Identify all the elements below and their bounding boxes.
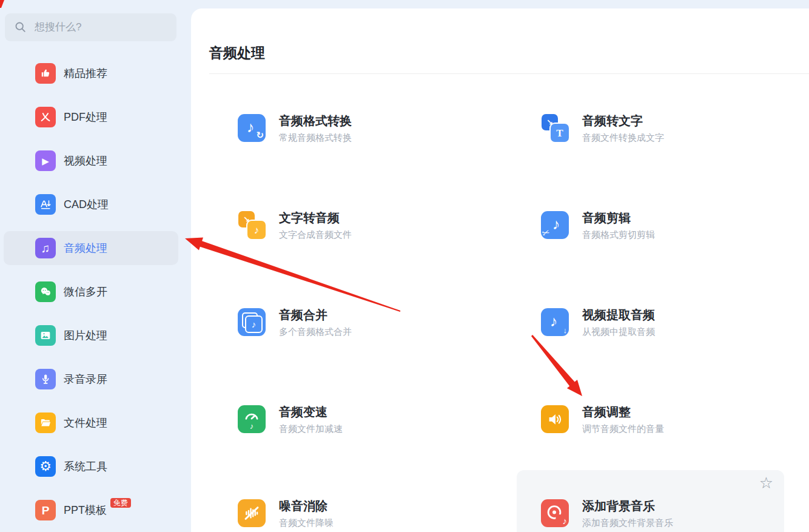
main-panel: 音频处理 ♪ ↻ 音频格式转换 常规音频格式转换 ↘ T 音频转文字 音频文件转…	[191, 8, 809, 532]
sidebar-item-system-tools[interactable]: ⚙ 系统工具	[4, 450, 178, 483]
sidebar-item-recorder[interactable]: 录音录屏	[4, 362, 178, 396]
video-extract-audio-icon: ♪ ↓	[541, 308, 569, 336]
sidebar-item-label: 精品推荐	[64, 66, 107, 81]
sidebar-item-wechat[interactable]: 微信多开	[4, 275, 178, 309]
section-title: 音频处理	[209, 44, 265, 62]
tool-audio-cut[interactable]: ♪ ✂ 音频剪辑 音频格式剪切剪辑	[517, 182, 784, 273]
sidebar-item-ppt-templates[interactable]: P PPT模板 免费	[4, 493, 178, 527]
audio-speed-icon: ♪	[238, 405, 266, 433]
section-divider	[209, 73, 809, 74]
app-window: 精品推荐 PDF处理 ▶ 视频处理	[0, 0, 809, 532]
sidebar-item-cad[interactable]: CAD处理	[4, 187, 178, 221]
sidebar-item-video[interactable]: ▶ 视频处理	[4, 144, 178, 178]
sidebar-item-label: 音频处理	[64, 241, 107, 255]
microphone-icon	[35, 369, 56, 389]
cad-icon	[35, 194, 56, 215]
star-icon[interactable]: ☆	[759, 474, 773, 493]
tool-audio-speed[interactable]: ♪ 音频变速 音频文件加减速	[213, 376, 481, 467]
text-to-audio-icon: ↘ ♪	[238, 211, 266, 239]
audio-cut-icon: ♪ ✂	[541, 211, 569, 239]
video-play-icon: ▶	[35, 150, 56, 171]
sidebar-item-label: 系统工具	[64, 459, 107, 474]
tool-audio-merge[interactable]: ♪ 音频合并 多个音频格式合并	[213, 279, 481, 370]
audio-volume-icon	[541, 405, 569, 433]
search-box[interactable]	[5, 13, 176, 41]
pdf-icon	[35, 107, 56, 127]
background-music-icon: ♪	[541, 499, 569, 527]
tool-audio-to-text[interactable]: ↘ T 音频转文字 音频文件转换成文字	[517, 85, 784, 176]
audio-to-text-icon: ↘ T	[541, 114, 569, 142]
image-icon	[35, 325, 56, 346]
tool-audio-convert[interactable]: ♪ ↻ 音频格式转换 常规音频格式转换	[213, 85, 481, 176]
sidebar-item-label: 微信多开	[64, 285, 107, 299]
gear-icon: ⚙	[35, 456, 56, 477]
ppt-icon: P	[35, 500, 56, 520]
tool-noise-removal[interactable]: 噪音消除 音频文件降噪	[213, 470, 481, 532]
sidebar-item-label: 视频处理	[64, 153, 107, 168]
tool-video-extract-audio[interactable]: ♪ ↓ 视频提取音频 从视频中提取音频	[517, 279, 784, 370]
tool-audio-volume[interactable]: 音频调整 调节音频文件的音量	[517, 376, 784, 467]
sidebar-item-image[interactable]: 图片处理	[4, 318, 178, 352]
stray-arrow-fragment	[0, 0, 4, 8]
music-note-icon: ♫	[35, 238, 56, 258]
folder-icon	[35, 412, 56, 433]
audio-merge-icon: ♪	[238, 308, 266, 336]
sidebar-item-pdf[interactable]: PDF处理	[4, 100, 178, 134]
sidebar-item-label: PDF处理	[64, 110, 107, 124]
noise-removal-icon	[238, 499, 266, 527]
audio-convert-icon: ♪ ↻	[238, 114, 266, 142]
thumbs-up-icon	[35, 63, 56, 84]
free-badge: 免费	[110, 498, 131, 508]
wechat-icon	[35, 281, 56, 302]
search-input[interactable]	[33, 21, 169, 34]
sidebar-item-label: 录音录屏	[64, 372, 107, 386]
tool-text-to-audio[interactable]: ↘ ♪ 文字转音频 文字合成音频文件	[213, 182, 481, 273]
tool-background-music[interactable]: ☆ ♪ 添加背景音乐 添加音频文件背景音乐	[517, 470, 784, 532]
sidebar-item-label: CAD处理	[64, 197, 109, 212]
sidebar-item-label: 图片处理	[64, 328, 107, 343]
sidebar-item-audio[interactable]: ♫ 音频处理	[4, 231, 178, 265]
sidebar-item-label: 文件处理	[64, 416, 107, 430]
sidebar-item-featured[interactable]: 精品推荐	[4, 56, 178, 90]
sidebar-item-label: PPT模板	[64, 503, 107, 517]
sidebar-item-files[interactable]: 文件处理	[4, 406, 178, 440]
search-icon	[14, 21, 27, 34]
